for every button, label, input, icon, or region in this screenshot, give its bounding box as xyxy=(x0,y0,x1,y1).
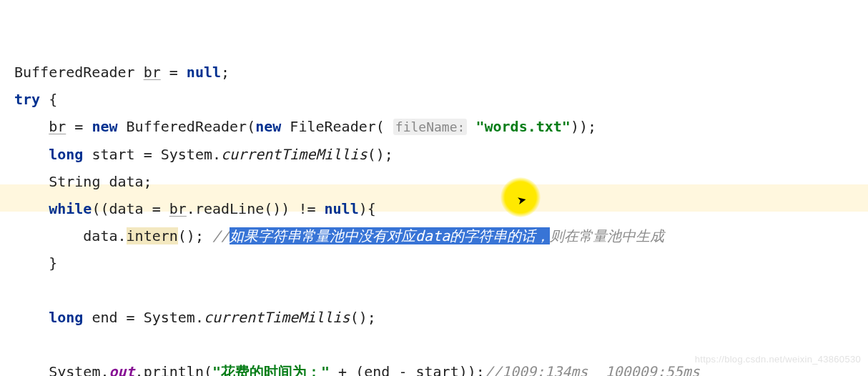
text-token: + (end - start)); xyxy=(330,363,485,376)
indent xyxy=(14,309,49,326)
code-line: br = new BufferedReader(new FileReader( … xyxy=(14,118,596,135)
selected-text: 如果字符串常量池中没有对应da xyxy=(230,227,433,244)
indent xyxy=(14,118,49,135)
text-token: .readLine()) != xyxy=(187,200,325,217)
field-token: out xyxy=(109,363,134,376)
indent xyxy=(14,146,49,163)
close-token: )); xyxy=(571,118,596,135)
code-line: while((data = br.readLine()) != null){ xyxy=(14,200,376,217)
op-token: = xyxy=(161,64,187,81)
indent xyxy=(14,227,83,244)
code-line: } xyxy=(14,254,57,272)
comment-token: // xyxy=(212,227,230,244)
keyword-token: new xyxy=(255,118,281,135)
method-token: currentTimeMillis xyxy=(221,146,368,163)
method-token: currentTimeMillis xyxy=(204,309,350,326)
string-token: "花费的时间为：" xyxy=(212,363,330,376)
indent xyxy=(14,200,49,217)
text-token: ((data = xyxy=(92,200,169,217)
text-token: end = System. xyxy=(83,309,204,326)
indent xyxy=(14,173,49,190)
code-editor[interactable]: BufferedReader br = null; try { br = new… xyxy=(0,0,868,376)
code-line: long start = System.currentTimeMillis(); xyxy=(14,146,393,163)
var-token: br xyxy=(144,64,161,81)
code-line: String data; xyxy=(14,173,152,190)
parameter-hint: fileName: xyxy=(393,119,468,135)
code-line: try { xyxy=(14,91,57,108)
text-token: start = System. xyxy=(83,146,221,163)
ctor-token: BufferedReader( xyxy=(118,118,256,135)
var-token: br xyxy=(169,200,187,217)
code-line: System.out.println("花费的时间为：" + (end - st… xyxy=(14,363,700,376)
text-token: .println( xyxy=(135,363,212,376)
keyword-token: null xyxy=(325,200,359,217)
tail-token: (); xyxy=(368,146,393,163)
text-selection: 如果字符串常量池中没有对应data的字符串的话， xyxy=(230,227,550,244)
indent xyxy=(14,254,49,272)
code-line: long end = System.currentTimeMillis(); xyxy=(14,309,376,326)
op-token: = xyxy=(66,118,92,135)
ctor-token: FileReader( xyxy=(281,118,393,135)
tail-token: (); xyxy=(350,309,376,326)
semi-token: ; xyxy=(221,64,230,81)
text-token: String data; xyxy=(49,173,152,190)
keyword-token: while xyxy=(49,200,92,217)
selected-text: t xyxy=(433,227,441,244)
brace-token: } xyxy=(49,254,57,272)
code-line: data.intern(); //如果字符串常量池中没有对应data的字符串的话… xyxy=(14,227,664,244)
keyword-token: new xyxy=(92,118,117,135)
keyword-token: long xyxy=(49,146,83,163)
keyword-token: long xyxy=(49,309,83,326)
brace-token: { xyxy=(40,91,57,108)
indent xyxy=(14,363,49,376)
tail-token: (); xyxy=(178,227,212,244)
method-highlight-token: intern xyxy=(127,227,178,244)
var-token: br xyxy=(49,118,66,135)
selected-text: a的字符串的话， xyxy=(441,227,550,244)
comment-token: 则在常量池中生成 xyxy=(550,227,664,244)
text-token: ){ xyxy=(359,200,376,217)
code-line: BufferedReader br = null; xyxy=(14,64,230,81)
keyword-token: try xyxy=(14,91,40,108)
string-token: "words.txt" xyxy=(467,118,571,135)
text-token: data. xyxy=(83,227,126,244)
type-token: BufferedReader xyxy=(14,64,135,81)
comment-token: //1009:134ms 100009:55ms xyxy=(485,363,700,376)
keyword-token: null xyxy=(187,64,221,81)
text-token: System. xyxy=(49,363,109,376)
